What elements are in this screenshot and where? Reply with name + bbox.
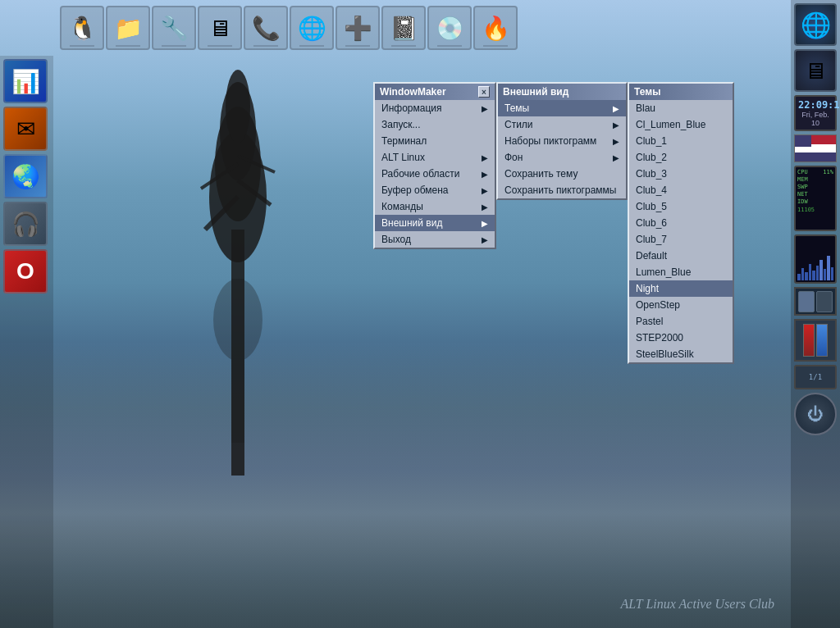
clock-widget: 22:09:16 Fri, Feb. 10 <box>794 95 837 131</box>
system-monitor-icon[interactable]: 📊 <box>3 59 48 103</box>
appearance-item-темы[interactable]: Темы▶ <box>498 100 626 116</box>
theme-item-club_4[interactable]: Club_4 <box>629 182 733 198</box>
globe-icon2[interactable]: 🌏 <box>3 154 48 198</box>
graph-bar-8 <box>827 256 830 280</box>
opera-icon[interactable]: O <box>3 249 48 294</box>
notes-icon[interactable]: 📓 <box>381 6 426 50</box>
scroll-value: 1/1 <box>809 373 822 381</box>
theme-item-club_3[interactable]: Club_3 <box>629 166 733 182</box>
monitor-icon[interactable]: 🖥 <box>198 6 242 50</box>
idw-label: IDW <box>797 198 833 205</box>
clock-time: 22:09:16 <box>798 99 833 111</box>
svg-point-4 <box>226 70 250 143</box>
power-button[interactable]: ⏻ <box>794 393 837 435</box>
menu-item-команды[interactable]: Команды▶ <box>375 198 495 215</box>
theme-item-club_7[interactable]: Club_7 <box>629 231 733 248</box>
appearance-submenu-panel: Внешний вид Темы▶Стили▶Наборы пиктограмм… <box>496 82 628 200</box>
cpu-widget: CPU11% MEM SWP NET IDW 11105 <box>794 166 837 231</box>
graph-widget <box>794 234 837 284</box>
main-menu-title: WindowMaker <box>380 86 446 98</box>
pager-dot-1[interactable] <box>798 291 815 312</box>
menu-item-информация[interactable]: Информация▶ <box>375 100 495 116</box>
evolution-icon[interactable]: ✉ <box>3 107 48 151</box>
menu-item-alt-linux[interactable]: ALT Linux▶ <box>375 149 495 166</box>
menu-item-рабочие-области[interactable]: Рабочие области▶ <box>375 166 495 182</box>
appearance-item-стили[interactable]: Стили▶ <box>498 116 626 133</box>
flag-icon[interactable] <box>794 134 837 162</box>
appearance-item-сохранить-тему[interactable]: Сохранить тему <box>498 166 626 182</box>
theme-item-night[interactable]: Night <box>629 280 733 297</box>
graph-bar-6 <box>819 260 823 280</box>
menu-item-внешний-вид[interactable]: Внешний вид▶ <box>375 215 495 231</box>
windowmaker-menu: WindowMaker × Информация▶Запуск...Термин… <box>373 82 734 364</box>
filemanager-icon[interactable]: 📁 <box>106 6 150 50</box>
theme-item-openstep[interactable]: OpenStep <box>629 297 733 313</box>
left-sidebar: 📊✉🌏🎧O <box>0 56 53 628</box>
burn-icon[interactable]: 🔥 <box>473 6 518 50</box>
theme-item-default[interactable]: Default <box>629 248 733 264</box>
cpu-usage-num: 11105 <box>797 207 833 213</box>
storage-icon[interactable]: 💿 <box>427 6 472 50</box>
appearance-item-сохранить-пиктограммы[interactable]: Сохранить пиктограммы <box>498 182 626 198</box>
theme-item-club_6[interactable]: Club_6 <box>629 215 733 231</box>
graph-bar-4 <box>812 271 815 280</box>
graph-bar-5 <box>816 266 819 280</box>
tools-icon[interactable]: 🔧 <box>152 6 196 50</box>
graph-bar-2 <box>805 272 808 280</box>
graph-bar-3 <box>809 264 812 280</box>
theme-item-lumen_blue[interactable]: Lumen_Blue <box>629 264 733 280</box>
color-widget <box>794 319 837 362</box>
scroll-indicator: 1/1 <box>794 365 837 389</box>
top-dock: 🐧📁🔧🖥📞🌐➕📓💿🔥 <box>53 0 840 56</box>
water-reflection <box>189 279 287 443</box>
svg-point-10 <box>213 279 262 361</box>
color-strip-blue <box>816 324 828 357</box>
globe-icon[interactable]: 🌐 <box>794 3 837 46</box>
main-menu-titlebar: WindowMaker × <box>375 84 495 100</box>
right-panel: 🌐 🖥 22:09:16 Fri, Feb. 10 CPU11% MEM SWP… <box>791 0 840 628</box>
appearance-item-фон[interactable]: Фон▶ <box>498 149 626 166</box>
theme-item-cl_lumen_blue[interactable]: Cl_Lumen_Blue <box>629 116 733 133</box>
graph-bar-0 <box>797 274 801 280</box>
headset-icon[interactable]: 🎧 <box>3 202 48 246</box>
theme-item-blau[interactable]: Blau <box>629 100 733 116</box>
addons-icon[interactable]: ➕ <box>336 6 380 50</box>
menu-item-запуск...[interactable]: Запуск... <box>375 116 495 133</box>
swp-label: SWP <box>797 184 833 190</box>
theme-item-step2000[interactable]: STEP2000 <box>629 330 733 346</box>
fog-layer <box>0 341 840 628</box>
themes-menu-titlebar: Темы <box>629 84 733 100</box>
color-strip-red <box>803 324 815 357</box>
themes-submenu-panel: Темы BlauCl_Lumen_BlueClub_1Club_2Club_3… <box>628 82 734 364</box>
main-menu-panel: WindowMaker × Информация▶Запуск...Термин… <box>373 82 496 249</box>
theme-item-club_5[interactable]: Club_5 <box>629 198 733 215</box>
appearance-menu-titlebar: Внешний вид <box>498 84 626 100</box>
internet-icon[interactable]: 🌐 <box>290 6 334 50</box>
graph-bar-9 <box>831 267 834 280</box>
cpu-label: CPU11% <box>797 169 833 175</box>
theme-item-club_2[interactable]: Club_2 <box>629 149 733 166</box>
mem-label: MEM <box>797 176 833 183</box>
graph-bar-1 <box>801 268 805 280</box>
themes-menu-title: Темы <box>634 86 660 98</box>
clock-date: 10 <box>798 119 833 127</box>
menu-item-буфер-обмена[interactable]: Буфер обмена▶ <box>375 182 495 198</box>
theme-item-club_1[interactable]: Club_1 <box>629 133 733 149</box>
net-label: NET <box>797 191 833 198</box>
pager-dot-2[interactable] <box>816 291 833 312</box>
graph-bar-7 <box>824 269 827 280</box>
phone-icon[interactable]: 📞 <box>244 6 288 50</box>
theme-item-steelbluesilk[interactable]: SteelBlueSilk <box>629 346 733 362</box>
menu-item-терминал[interactable]: Терминал <box>375 133 495 149</box>
clock-day: Fri, Feb. <box>798 111 833 119</box>
display-icon[interactable]: 🖥 <box>794 49 837 92</box>
theme-item-pastel[interactable]: Pastel <box>629 313 733 330</box>
main-menu-close[interactable]: × <box>478 86 490 98</box>
menu-item-выход[interactable]: Выход▶ <box>375 231 495 248</box>
appearance-item-наборы-пиктограмм[interactable]: Наборы пиктограмм▶ <box>498 133 626 149</box>
alt-linux-icon[interactable]: 🐧 <box>60 6 104 50</box>
pager-widget[interactable] <box>794 287 837 316</box>
appearance-menu-title: Внешний вид <box>503 86 568 98</box>
